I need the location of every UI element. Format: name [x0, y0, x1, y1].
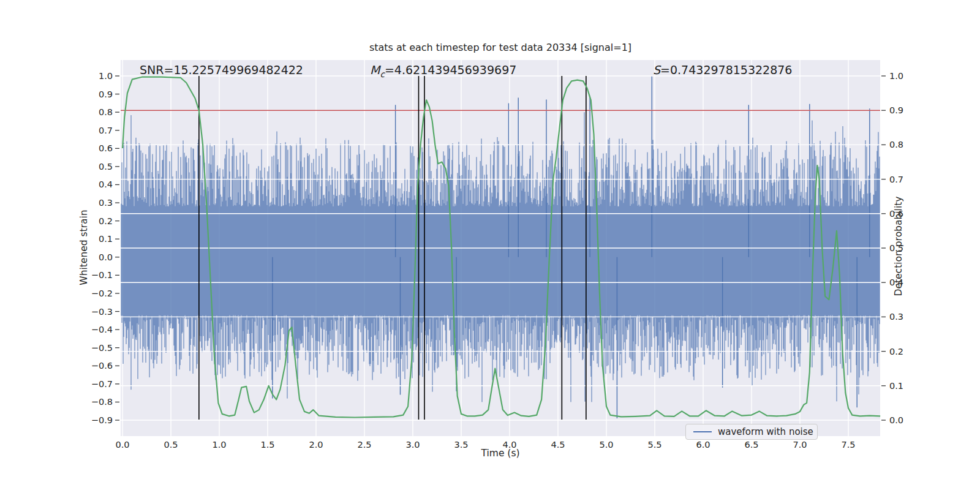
y-left-tick-label: 0.4	[99, 179, 113, 189]
x-tick-label: 6.5	[744, 440, 758, 450]
x-tick-label: 7.0	[793, 440, 807, 450]
y-left-tick-label: 1.0	[99, 71, 113, 81]
x-tick-label: 7.5	[841, 440, 855, 450]
s-statistic-annotation-prefix: S	[653, 63, 660, 77]
y-left-tick-label: 0.1	[99, 234, 113, 244]
snr-annotation: SNR=15.225749969482422	[140, 63, 303, 79]
y-left-tick-label: 0.7	[99, 126, 113, 135]
y-left-tick-label: −0.7	[91, 379, 113, 389]
y-right-tick-label: 0.8	[889, 140, 903, 149]
y-axis-label-right: Detection probability	[893, 197, 904, 296]
y-right-tick-label: 0.2	[889, 347, 903, 356]
figure: 1.00.90.80.70.60.50.40.30.20.10.0−0.1−0.…	[0, 0, 980, 490]
y-axis-label-left: Whitened strain	[78, 209, 89, 285]
y-left-tick-label: 0.2	[99, 216, 113, 226]
y-left-tick-label: 0.6	[99, 143, 113, 153]
y-left-tick-label: 0.0	[99, 252, 113, 262]
y-left-tick-label: −0.9	[91, 415, 113, 425]
legend-line-sample	[693, 431, 712, 432]
snr-annotation-value: =15.225749969482422	[164, 63, 303, 77]
y-left-tick-label: −0.2	[91, 288, 113, 298]
legend-label: waveform with noise	[718, 426, 813, 437]
y-left-tick-label: −0.6	[91, 361, 113, 371]
s-statistic-annotation: S=0.743297815322876	[653, 63, 792, 79]
x-tick-label: 0.5	[164, 440, 178, 450]
y-right-tick-label: 0.3	[889, 312, 903, 322]
snr-annotation-prefix: SNR	[140, 63, 164, 77]
y-left-tick-label: 0.9	[99, 89, 113, 99]
legend: waveform with noise	[685, 424, 818, 440]
y-left-tick-label: −0.5	[91, 343, 113, 353]
y-left-tick-label: −0.1	[91, 270, 113, 280]
chirp-mass-annotation: Mc=4.621439456939697	[370, 63, 516, 79]
y-left-tick-label: 0.8	[99, 107, 113, 117]
s-statistic-annotation-value: =0.743297815322876	[660, 63, 792, 77]
y-left-tick-label: −0.3	[91, 307, 113, 317]
x-axis-label: Time (s)	[317, 448, 684, 459]
x-tick-label: 6.0	[696, 440, 710, 450]
x-tick-label: 1.0	[212, 440, 226, 450]
chirp-mass-annotation-prefix: M	[370, 63, 380, 77]
y-left-tick-label: −0.4	[91, 325, 113, 334]
chart-title: stats at each timestep for test data 203…	[133, 42, 868, 53]
chirp-mass-annotation-sub: c	[380, 69, 385, 79]
y-left-tick-label: −0.8	[91, 397, 113, 407]
y-right-tick-label: 0.1	[889, 381, 903, 391]
y-left-tick-label: 0.5	[99, 162, 113, 172]
y-right-tick-label: 0.9	[889, 105, 903, 115]
y-right-tick-label: 1.0	[889, 71, 903, 81]
x-tick-label: 0.0	[115, 440, 129, 450]
chirp-mass-annotation-value: =4.621439456939697	[385, 63, 516, 77]
y-left-tick-label: 0.3	[99, 198, 113, 208]
x-tick-label: 1.5	[260, 440, 274, 450]
y-right-tick-label: 0.0	[889, 415, 903, 425]
y-right-tick-label: 0.7	[889, 175, 903, 184]
